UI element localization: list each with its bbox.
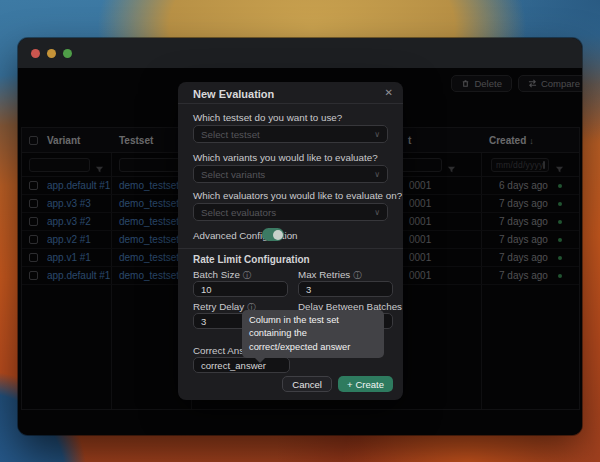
max-retries-input[interactable]: 3 [298, 281, 393, 297]
variants-question-label: Which variants you would like to evaluat… [193, 152, 378, 163]
max-retries-label-text: Max Retries [298, 269, 350, 280]
close-window-button[interactable] [31, 49, 40, 58]
new-evaluation-modal: New Evaluation ✕ Which testset do you wa… [178, 82, 403, 400]
retry-delay-label-text: Retry Delay [193, 301, 244, 312]
create-button-label: Create [355, 379, 384, 390]
chevron-down-icon: ∨ [374, 208, 380, 217]
modal-title: New Evaluation [193, 88, 274, 100]
modal-header: New Evaluation ✕ [178, 82, 403, 104]
tooltip-arrow [255, 358, 265, 363]
cancel-button-label: Cancel [292, 379, 322, 390]
advanced-config-toggle[interactable] [262, 228, 284, 241]
window-titlebar [18, 38, 582, 68]
plus-icon: + [347, 379, 353, 390]
testset-question-label: Which testset do you want to use? [193, 112, 342, 123]
evaluators-select[interactable]: Select evaluators ∨ [193, 203, 388, 221]
minimize-window-button[interactable] [47, 49, 56, 58]
correct-answer-column-input[interactable]: correct_answer [193, 357, 290, 373]
batch-size-label-text: Batch Size [193, 269, 240, 280]
retry-delay-value: 3 [201, 316, 206, 327]
rate-limit-heading: Rate Limit Configuration [193, 254, 310, 265]
batch-size-input[interactable]: 10 [193, 281, 288, 297]
batch-size-value: 10 [201, 284, 212, 295]
variants-select-placeholder: Select variants [201, 169, 374, 180]
evaluators-question-label: Which evaluators you would like to evalu… [193, 190, 402, 201]
tooltip-text: Column in the test set containing the co… [249, 315, 350, 352]
correct-answer-tooltip: Column in the test set containing the co… [242, 310, 384, 358]
app-window: Delete Compare Variant Testset t Created… [18, 38, 582, 435]
chevron-down-icon: ∨ [374, 130, 380, 139]
window-content: Delete Compare Variant Testset t Created… [18, 68, 582, 435]
modal-footer: Cancel + Create [282, 376, 393, 392]
zoom-window-button[interactable] [63, 49, 72, 58]
toggle-knob [273, 230, 283, 240]
testset-select[interactable]: Select testset ∨ [193, 125, 388, 143]
evaluators-select-placeholder: Select evaluators [201, 207, 374, 218]
cancel-button[interactable]: Cancel [282, 376, 332, 392]
variants-select[interactable]: Select variants ∨ [193, 165, 388, 183]
create-button[interactable]: + Create [338, 376, 393, 392]
chevron-down-icon: ∨ [374, 170, 380, 179]
max-retries-value: 3 [306, 284, 311, 295]
close-icon[interactable]: ✕ [385, 87, 393, 98]
testset-select-placeholder: Select testset [201, 129, 374, 140]
section-divider [178, 248, 403, 249]
